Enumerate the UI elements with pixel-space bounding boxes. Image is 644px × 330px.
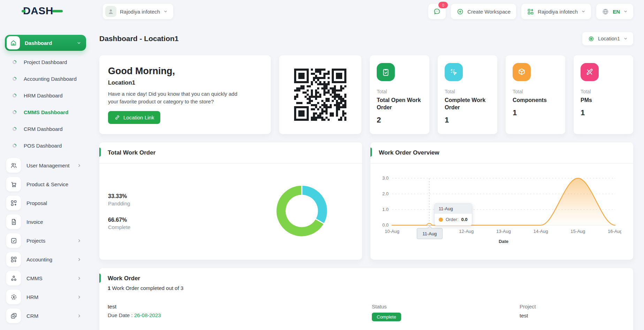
workspace-selector[interactable]: Rajodiya infotech [103, 4, 173, 19]
sidebar-item-label: Proposal [26, 200, 47, 206]
svg-text:1.0: 1.0 [382, 207, 389, 212]
svg-text:2.0: 2.0 [382, 191, 389, 196]
legend-item-complete: 66.67% Complete [108, 217, 130, 230]
sidebar-item-label: Accounting Dashboard [24, 76, 77, 82]
work-order-donut-chart[interactable] [272, 181, 332, 241]
tooltip-value: 0.0 [461, 217, 468, 222]
tooltip-series-label: Order: [446, 217, 459, 222]
card-title: Total Work Order [108, 149, 155, 156]
svg-text:Date: Date [499, 239, 508, 244]
sidebar-item-label: POS Dashboard [24, 143, 62, 149]
stat-value: 1 [445, 116, 490, 125]
language-selector[interactable]: EN [596, 4, 633, 19]
sidebar-item-label: Product & Service [26, 181, 68, 187]
sidebar-item-projects[interactable]: Projects [0, 231, 94, 250]
stat-label: Total Open Work Order [377, 97, 422, 111]
stat-value: 1 [513, 108, 558, 117]
sidebar-item-cmms-dashboard[interactable]: CMMS Dashboard [0, 104, 94, 120]
greeting-card: Good Morning, Location1 Have a nice day!… [99, 55, 271, 134]
user-avatar [105, 6, 116, 17]
sidebar-item-cmms[interactable]: CMMS [0, 269, 94, 288]
language-code: EN [613, 9, 620, 15]
sidebar-item-product-service[interactable]: Product & Service [0, 175, 94, 194]
axis-pointer-label: 11-Aug [417, 228, 443, 239]
bullet-icon [13, 110, 16, 114]
sidebar-item-hrm-dashboard[interactable]: HRM Dashboard [0, 87, 94, 104]
sidebar-item-invoice[interactable]: Invoice [0, 212, 94, 231]
sidebar-item-label: Accounting [26, 257, 52, 262]
main-content: Dashboard - Location1 Location1 Good Mor… [99, 26, 633, 330]
stat-value: 2 [377, 116, 422, 125]
stat-card-pms: Total PMs 1 [574, 55, 633, 134]
workspace-grid-icon [527, 8, 534, 15]
overlap-squares-icon [6, 308, 21, 323]
due-date-value: 26-08-2023 [134, 312, 161, 318]
sidebar-item-label: Invoice [26, 219, 43, 225]
target-icon [588, 36, 595, 42]
circles-icon [6, 271, 21, 285]
sidebar-item-project-dashboard[interactable]: Project Dashboard [0, 54, 94, 70]
chevron-right-icon [77, 257, 82, 262]
cube-icon [513, 63, 531, 81]
work-order-overview-card: Work Order Overview 0.01.02.03.010-Aug11… [370, 142, 633, 260]
bullet-icon [13, 127, 16, 131]
sidebar-item-pos-dashboard[interactable]: POS Dashboard [0, 137, 94, 154]
workspace-selector-label: Rajodiya infotech [120, 9, 160, 15]
stat-card-total-open-work-order: Total Total Open Work Order 2 [370, 55, 429, 134]
work-order-list-card: Work Order 1 Work Order completed out of… [99, 268, 633, 330]
work-order-due-date: Due Date : 26-08-2023 [108, 312, 372, 318]
sidebar-item-accounting[interactable]: Accounting [0, 250, 94, 269]
chevron-right-icon [77, 314, 82, 318]
sidebar-item-label: CMMS Dashboard [24, 109, 68, 115]
chevron-right-icon [77, 163, 82, 168]
create-workspace-button[interactable]: Create Workspace [451, 4, 516, 19]
cart-icon [6, 177, 21, 191]
svg-text:3.0: 3.0 [382, 175, 389, 181]
stat-label: Components [513, 97, 558, 104]
status-label: Status [372, 304, 520, 309]
work-order-project-cell: Project test [520, 304, 625, 321]
stat-kicker: Total [581, 89, 626, 94]
chevron-down-icon [623, 9, 628, 14]
sidebar-item-user-management[interactable]: User Management [0, 156, 94, 175]
qr-code [294, 69, 346, 121]
sidebar-item-proposal[interactable]: Proposal [0, 194, 94, 212]
location-link-button[interactable]: Location Link [108, 111, 160, 124]
sidebar-item-hrm[interactable]: HRM [0, 288, 94, 306]
sidebar-item-accounting-dashboard[interactable]: Accounting Dashboard [0, 70, 94, 87]
dashboard-submenu: Project Dashboard Accounting Dashboard H… [0, 54, 94, 154]
stat-label: Complete Work Order [445, 97, 490, 111]
bullet-icon [13, 60, 16, 64]
legend-value: 66.67% [108, 217, 130, 223]
app-logo[interactable]: DASH [22, 5, 63, 18]
legend-value: 33.33% [108, 193, 130, 199]
total-work-order-card: Total Work Order 33.33% Pandding 66.67% … [99, 142, 362, 260]
bullet-icon [13, 94, 16, 97]
chevron-down-icon [581, 9, 585, 14]
chevron-down-icon [77, 41, 81, 45]
work-order-overview-chart[interactable]: 0.01.02.03.010-Aug11-Aug12-Aug13-Aug14-A… [375, 168, 621, 256]
work-order-status-cell: Status Complete [372, 304, 520, 321]
svg-text:13-Aug: 13-Aug [496, 229, 511, 234]
users-icon [6, 158, 21, 173]
stat-value: 1 [581, 108, 626, 117]
location-filter[interactable]: Location1 [582, 32, 633, 45]
company-selector[interactable]: Rajodiya infotech [521, 4, 591, 19]
sidebar-item-dashboard[interactable]: Dashboard [5, 35, 86, 51]
qr-code-card [279, 55, 361, 134]
work-order-row[interactable]: test Due Date : 26-08-2023 Status Comple… [99, 304, 633, 321]
greeting-title: Good Morning, [108, 66, 262, 77]
bullet-icon [13, 77, 16, 81]
messages-button[interactable]: 0 [428, 4, 446, 19]
focus-person-icon [6, 290, 21, 304]
stat-card-components: Total Components 1 [506, 55, 565, 134]
sidebar-item-crm-dashboard[interactable]: CRM Dashboard [0, 120, 94, 137]
stat-card-complete-work-order: Total Complete Work Order 1 [438, 55, 497, 134]
clipboard-check-icon [377, 63, 395, 81]
sidebar-item-crm[interactable]: CRM [0, 306, 94, 325]
chevron-right-icon [77, 295, 82, 299]
greeting-subtitle: Location1 [108, 79, 262, 86]
sidebar-menu: User Management Product & Service Pro [0, 156, 94, 325]
person-icon [107, 8, 115, 15]
chevron-right-icon [77, 238, 82, 243]
